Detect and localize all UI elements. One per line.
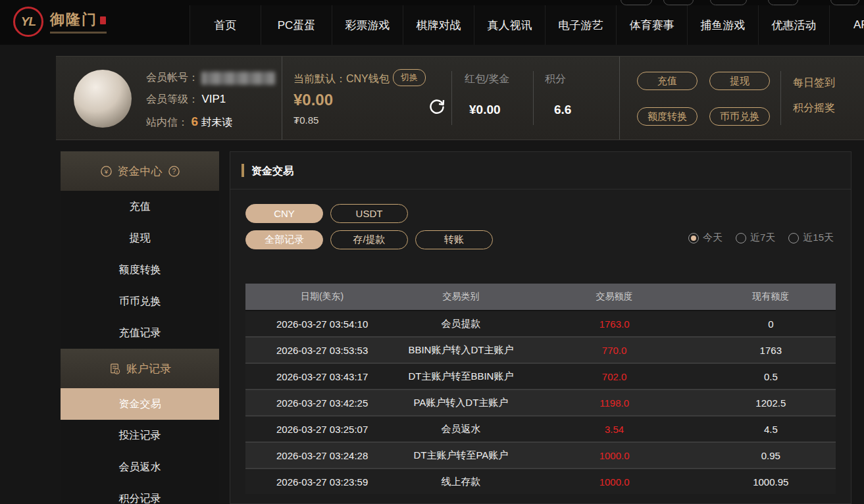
wallet-actions: 充值提现额度转换币币兑换 xyxy=(637,72,770,126)
action-button-币币兑换[interactable]: 币币兑换 xyxy=(709,107,770,126)
account-number-redacted xyxy=(201,72,275,85)
switch-wallet-button[interactable]: 切换 xyxy=(393,69,426,86)
nav-item-首页[interactable]: 首页 xyxy=(190,5,261,45)
table-row: 2026-03-27 03:43:17DT主账户转至BBIN账户702.00.5 xyxy=(245,363,836,389)
nav-item-棋牌对战[interactable]: 棋牌对战 xyxy=(403,5,474,45)
table-row: 2026-03-27 03:54:10会员提款1763.00 xyxy=(245,310,836,336)
svg-text:¥: ¥ xyxy=(116,368,118,373)
cell-balance: 0 xyxy=(706,318,836,330)
sidebar-item-充值[interactable]: 充值 xyxy=(61,191,219,222)
svg-text:?: ? xyxy=(172,168,176,175)
divider xyxy=(780,71,781,125)
divider xyxy=(533,71,534,125)
inbox-label: 站内信： xyxy=(146,116,188,128)
points-value: 6.6 xyxy=(554,103,571,117)
filter-tab-全部记录[interactable]: 全部记录 xyxy=(245,230,323,249)
sidebar-item-积分记录[interactable]: 积分记录 xyxy=(61,483,219,504)
currency-tab-USDT[interactable]: USDT xyxy=(330,204,408,223)
nav-item-PC蛋蛋[interactable]: PC蛋蛋 xyxy=(261,5,332,45)
nav-item-优惠活动[interactable]: 优惠活动 xyxy=(758,5,829,45)
logo-caption xyxy=(50,32,107,34)
logo-monogram-icon: YL xyxy=(13,7,43,37)
refresh-icon[interactable] xyxy=(428,97,446,116)
cell-amount: 702.0 xyxy=(523,371,706,382)
level-value: VIP1 xyxy=(201,93,226,105)
svg-text:¥: ¥ xyxy=(103,168,108,175)
transactions-table: 日期(美东)交易类别交易额度现有额度2026-03-27 03:54:10会员提… xyxy=(245,284,836,494)
range-option-近7天[interactable]: 近7天 xyxy=(736,232,775,244)
divider xyxy=(282,57,282,139)
daily-links: 每日签到积分摇奖 xyxy=(793,76,835,115)
title-accent-bar xyxy=(241,164,244,177)
link-积分摇奖[interactable]: 积分摇奖 xyxy=(793,101,835,115)
cell-type: PA账户转入DT主账户 xyxy=(399,397,522,409)
cell-type: 线上存款 xyxy=(399,476,522,488)
sidebar-item-提现[interactable]: 提现 xyxy=(61,222,219,254)
currency-tab-CNY[interactable]: CNY xyxy=(245,204,323,223)
logo-name: 御隆门 xyxy=(50,10,97,30)
cell-balance: 0.95 xyxy=(706,450,836,461)
logo-seal-icon xyxy=(100,16,106,24)
sidebar-item-币币兑换[interactable]: 币币兑换 xyxy=(61,286,219,317)
help-icon[interactable]: ? xyxy=(168,165,180,178)
sidebar-section-资金中心[interactable]: ¥资金中心? xyxy=(61,151,219,191)
action-button-额度转换[interactable]: 额度转换 xyxy=(637,107,698,126)
range-option-今天[interactable]: 今天 xyxy=(688,232,723,244)
nav-item-电子游艺[interactable]: 电子游艺 xyxy=(545,5,616,45)
action-button-提现[interactable]: 提现 xyxy=(709,72,770,90)
cell-type: DT主账户转至PA账户 xyxy=(399,449,522,462)
cell-amount: 1000.0 xyxy=(523,450,706,461)
cell-amount: 770.0 xyxy=(523,345,706,356)
cell-date: 2026-03-27 03:42:25 xyxy=(245,397,399,409)
bonus-value: ¥0.00 xyxy=(469,103,501,117)
radio-icon xyxy=(736,233,746,243)
inbox-row[interactable]: 站内信： 6 封未读 xyxy=(146,114,232,130)
level-row: 会员等级： VIP1 xyxy=(146,93,226,107)
default-wallet-label: 当前默认：CNY钱包 xyxy=(293,72,390,86)
page-title: 资金交易 xyxy=(251,164,293,178)
cell-balance: 1202.5 xyxy=(706,397,836,409)
range-option-近15天[interactable]: 近15天 xyxy=(788,232,834,244)
site-logo[interactable]: YL 御隆门 xyxy=(13,7,107,37)
cell-type: 会员提款 xyxy=(399,318,522,330)
nav-item-体育赛事[interactable]: 体育赛事 xyxy=(616,5,687,45)
radio-icon xyxy=(788,233,799,243)
ledger-icon: ¥ xyxy=(109,363,121,375)
column-header: 交易额度 xyxy=(523,291,706,303)
date-range-radios: 今天近7天近15天 xyxy=(688,232,834,244)
range-label: 近15天 xyxy=(803,232,834,244)
table-header-row: 日期(美东)交易类别交易额度现有额度 xyxy=(245,284,836,310)
filter-tab-转账[interactable]: 转账 xyxy=(415,230,493,249)
sidebar-item-资金交易[interactable]: 资金交易 xyxy=(61,388,219,420)
cell-type: 会员返水 xyxy=(399,423,522,436)
wallet-name: CNY钱包 xyxy=(346,73,390,84)
page: YL 御隆门 首页PC蛋蛋彩票游戏棋牌对战真人视讯电子游艺体育赛事捕鱼游戏优惠活… xyxy=(0,0,864,504)
sidebar-item-额度转换[interactable]: 额度转换 xyxy=(61,254,219,286)
wallet-secondary-amount: ₮0.85 xyxy=(293,114,318,126)
link-每日签到[interactable]: 每日签到 xyxy=(793,76,835,90)
table-row: 2026-03-27 03:25:07会员返水3.544.5 xyxy=(245,415,836,441)
nav-item-真人视讯[interactable]: 真人视讯 xyxy=(474,5,545,45)
nav-item-捕鱼游戏[interactable]: 捕鱼游戏 xyxy=(687,5,758,45)
nav-item-彩票游戏[interactable]: 彩票游戏 xyxy=(332,5,403,45)
radio-icon xyxy=(688,233,699,243)
action-button-充值[interactable]: 充值 xyxy=(637,72,698,90)
cell-balance: 1763 xyxy=(706,345,836,356)
points-label: 积分 xyxy=(545,72,566,86)
divider xyxy=(451,71,452,125)
bonus-label: 红包/奖金 xyxy=(465,72,509,86)
sidebar-item-会员返水[interactable]: 会员返水 xyxy=(61,451,219,483)
sidebar-section-title: 资金中心 xyxy=(118,164,163,179)
wallet-primary-amount: ¥0.00 xyxy=(293,91,333,109)
sidebar-item-投注记录[interactable]: 投注记录 xyxy=(61,420,219,451)
cell-amount: 1000.0 xyxy=(523,476,706,488)
cell-type: BBIN账户转入DT主账户 xyxy=(399,344,522,357)
currency-tabs: CNYUSDT xyxy=(245,204,408,223)
nav-item-APP[interactable]: APP xyxy=(829,5,864,45)
sidebar-section-账户记录[interactable]: ¥账户记录 xyxy=(61,349,219,388)
cell-type: DT主账户转至BBIN账户 xyxy=(399,370,522,383)
cell-date: 2026-03-27 03:23:59 xyxy=(245,476,399,488)
cell-date: 2026-03-27 03:54:10 xyxy=(245,318,399,330)
sidebar-item-充值记录[interactable]: 充值记录 xyxy=(61,317,219,349)
filter-tab-存/提款[interactable]: 存/提款 xyxy=(330,230,408,249)
